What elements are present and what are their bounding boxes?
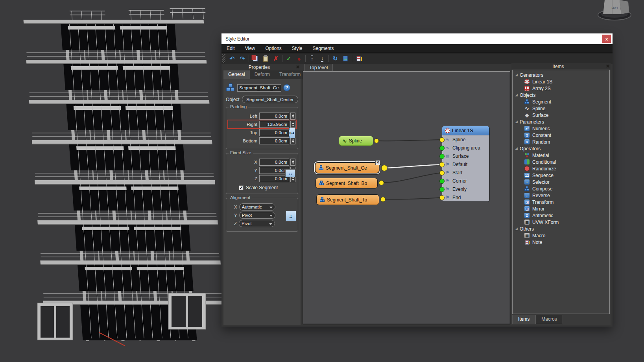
menu-segments[interactable]: Segments: [308, 46, 339, 51]
help-button[interactable]: ?: [283, 84, 290, 91]
item-mirror[interactable]: ◫Mirror: [513, 205, 609, 212]
fixed-x-field[interactable]: 0.0cm: [259, 159, 289, 166]
tab-general[interactable]: General: [223, 70, 250, 79]
item-numeric[interactable]: x²Numeric: [513, 125, 609, 132]
input-socket-clipping-area[interactable]: [439, 146, 445, 151]
padding-left-field[interactable]: 0.0cm: [259, 113, 289, 120]
copy-icon[interactable]: [251, 54, 260, 63]
item-sequence[interactable]: 12Sequence: [513, 172, 609, 179]
item-linear-1s[interactable]: Linear 1S: [513, 78, 609, 85]
item-selector[interactable]: →Selector: [513, 179, 609, 185]
apply-icon[interactable]: ✓: [284, 54, 293, 63]
item-macro[interactable]: ▤Macro: [513, 232, 609, 239]
tab-deform[interactable]: Deform: [250, 70, 275, 79]
section-others[interactable]: ◢Others: [513, 225, 609, 232]
input-socket-surface[interactable]: [439, 154, 445, 159]
scale-segment-checkbox[interactable]: ✓: [239, 185, 244, 190]
paste-icon[interactable]: [261, 54, 270, 63]
item-random[interactable]: RRandom: [513, 139, 609, 145]
menu-bar: Edit View Options Style Segments: [221, 44, 613, 53]
item-array-2s[interactable]: Array 2S: [513, 85, 609, 92]
node-close-icon[interactable]: ✕: [375, 160, 380, 165]
alignment-x-dropdown[interactable]: Automatic: [239, 203, 275, 211]
fixed-y-field[interactable]: 0.0cm: [259, 167, 289, 174]
spline-output-socket[interactable]: [374, 139, 379, 143]
alignment-y-dropdown[interactable]: Pivot: [239, 212, 275, 219]
collapse-bottom-icon[interactable]: ↓: [317, 54, 327, 63]
item-conditional[interactable]: Conditional: [513, 159, 609, 165]
collapse-top-icon[interactable]: ↑: [307, 54, 317, 63]
node-segment-shaft-center[interactable]: Segment_Shaft_Ce ✕: [315, 163, 379, 173]
menu-edit[interactable]: Edit: [221, 46, 240, 51]
properties-close-icon[interactable]: ✕: [295, 65, 301, 70]
padding-bottom-field[interactable]: 0.0cm: [259, 137, 289, 144]
section-objects[interactable]: ◢Objects: [513, 92, 609, 98]
toolbar-grip[interactable]: [222, 54, 225, 63]
segment-center-output-socket[interactable]: [381, 165, 388, 171]
segment-name-input[interactable]: [237, 84, 281, 92]
node-linear-1s[interactable]: Linear 1S ∿Spline ∿Clipping area ▦Surfac…: [442, 126, 490, 202]
node-spline[interactable]: ∿ Spline: [339, 136, 373, 146]
padding-right-spinner[interactable]: [290, 121, 295, 128]
export-icon[interactable]: →: [341, 54, 350, 63]
discard-icon[interactable]: ●: [294, 54, 304, 63]
input-socket-evenly[interactable]: [439, 187, 445, 192]
graph-tab-top-level[interactable]: Top level: [304, 64, 333, 71]
conditional-icon: [524, 159, 530, 164]
item-spline[interactable]: ∿Spline: [513, 105, 609, 112]
padding-left-spinner[interactable]: [290, 113, 295, 120]
note-icon[interactable]: [354, 54, 363, 63]
item-note[interactable]: Note: [513, 239, 609, 246]
input-socket-default[interactable]: [439, 162, 445, 167]
fixed-x-spinner[interactable]: [290, 159, 295, 166]
items-close-icon[interactable]: ✕: [605, 64, 611, 69]
uvw-xform-icon: ▦: [524, 220, 530, 225]
object-picker-button[interactable]: Segment_Shaft_Center: [242, 96, 298, 103]
input-socket-corner[interactable]: [439, 179, 445, 184]
window-title: Style Editor: [221, 36, 249, 42]
item-uvw-xform[interactable]: ▦UVW XForm: [513, 219, 609, 225]
item-segment[interactable]: Segment: [513, 98, 609, 105]
item-randomize[interactable]: Randomize: [513, 165, 609, 172]
undo-icon[interactable]: ↶: [227, 54, 237, 63]
item-surface[interactable]: ◈Surface: [513, 112, 609, 118]
scale-segment-label: Scale Segment: [246, 185, 278, 190]
segment-bottom-output-socket[interactable]: [379, 180, 384, 185]
section-parameters[interactable]: ◢Parameters: [513, 118, 609, 125]
input-socket-end[interactable]: [439, 195, 445, 200]
item-transform[interactable]: ◳Transform: [513, 199, 609, 205]
segment-icon: [320, 197, 325, 202]
section-operators[interactable]: ◢Operators: [513, 145, 609, 152]
item-compose[interactable]: Compose: [513, 185, 609, 192]
padding-right-field[interactable]: -135.95cm: [259, 121, 289, 128]
padding-top-field[interactable]: 0.0cm: [259, 129, 289, 136]
node-graph-canvas[interactable]: ∿ Spline Segment_Shaft_Ce ✕ Segment_Shaf…: [303, 71, 510, 324]
menu-style[interactable]: Style: [287, 46, 308, 51]
item-reverse[interactable]: ↔Reverse: [513, 192, 609, 199]
refresh-icon[interactable]: ↻: [330, 54, 340, 63]
redo-icon[interactable]: ↷: [238, 54, 247, 63]
tab-items[interactable]: Items: [512, 315, 535, 324]
item-arithmetic[interactable]: ΣArithmetic: [513, 212, 609, 219]
window-close-button[interactable]: x: [602, 35, 611, 43]
flag-icon: ⚑: [445, 195, 450, 200]
node-segment-shaft-top[interactable]: Segment_Shaft_To: [316, 194, 379, 205]
viewcube[interactable]: LEFT: [593, 0, 636, 24]
tab-macros[interactable]: Macros: [535, 315, 563, 324]
segment-top-output-socket[interactable]: [380, 197, 386, 202]
delete-icon[interactable]: ✗: [271, 54, 280, 63]
section-generators[interactable]: ◢Generators: [513, 72, 609, 78]
menu-view[interactable]: View: [240, 46, 260, 51]
item-material[interactable]: Material: [513, 152, 609, 159]
fixed-z-field[interactable]: 0.0cm: [259, 175, 289, 182]
alignment-z-dropdown[interactable]: Pivot: [239, 220, 275, 227]
node-segment-shaft-bottom[interactable]: Segment_Shaft_Bo: [316, 178, 378, 188]
spline-icon: ∿: [342, 138, 347, 144]
padding-bottom-spinner[interactable]: [290, 137, 295, 144]
menu-options[interactable]: Options: [260, 46, 286, 51]
item-constant[interactable]: 2Constant: [513, 132, 609, 139]
window-titlebar[interactable]: Style Editor x: [221, 33, 613, 44]
input-socket-start[interactable]: [439, 170, 445, 175]
tab-transform[interactable]: Transform: [275, 70, 305, 79]
input-socket-spline[interactable]: [439, 137, 445, 142]
